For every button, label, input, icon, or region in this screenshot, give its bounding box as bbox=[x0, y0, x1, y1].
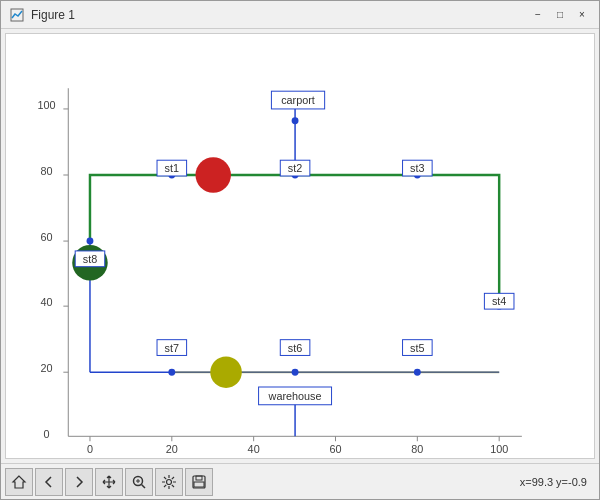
svg-text:st8: st8 bbox=[83, 253, 97, 265]
forward-button[interactable] bbox=[65, 468, 93, 496]
svg-text:0: 0 bbox=[87, 443, 93, 455]
svg-text:60: 60 bbox=[329, 443, 341, 455]
zoom-button[interactable] bbox=[125, 468, 153, 496]
svg-text:20: 20 bbox=[166, 443, 178, 455]
maximize-button[interactable]: □ bbox=[551, 6, 569, 24]
app-icon bbox=[9, 7, 25, 23]
coordinate-status: x=99.3 y=-0.9 bbox=[520, 476, 587, 488]
svg-text:warehouse: warehouse bbox=[268, 390, 322, 402]
titlebar: Figure 1 − □ × bbox=[1, 1, 599, 29]
main-svg: 0 20 40 60 80 100 0 20 40 60 80 100 bbox=[6, 34, 594, 458]
svg-point-42 bbox=[210, 356, 242, 388]
window-title: Figure 1 bbox=[31, 8, 75, 22]
svg-text:0: 0 bbox=[44, 428, 50, 440]
back-button[interactable] bbox=[35, 468, 63, 496]
svg-text:st3: st3 bbox=[410, 162, 424, 174]
svg-rect-69 bbox=[196, 476, 202, 480]
svg-point-36 bbox=[168, 369, 175, 376]
svg-point-67 bbox=[167, 479, 172, 484]
svg-text:100: 100 bbox=[38, 99, 56, 111]
svg-text:carport: carport bbox=[281, 94, 315, 106]
svg-point-40 bbox=[195, 157, 230, 192]
svg-text:80: 80 bbox=[41, 165, 53, 177]
toolbar: x=99.3 y=-0.9 bbox=[1, 463, 599, 499]
svg-text:40: 40 bbox=[248, 443, 260, 455]
svg-point-34 bbox=[87, 238, 94, 245]
svg-text:st2: st2 bbox=[288, 162, 302, 174]
settings-button[interactable] bbox=[155, 468, 183, 496]
svg-rect-70 bbox=[194, 482, 204, 487]
save-button[interactable] bbox=[185, 468, 213, 496]
close-button[interactable]: × bbox=[573, 6, 591, 24]
svg-text:st1: st1 bbox=[165, 162, 179, 174]
svg-text:st6: st6 bbox=[288, 342, 302, 354]
svg-line-64 bbox=[142, 484, 146, 488]
svg-text:st5: st5 bbox=[410, 342, 424, 354]
svg-text:st7: st7 bbox=[165, 342, 179, 354]
svg-text:60: 60 bbox=[41, 231, 53, 243]
svg-point-38 bbox=[414, 369, 421, 376]
svg-text:100: 100 bbox=[490, 443, 508, 455]
svg-point-37 bbox=[292, 369, 299, 376]
figure-window: Figure 1 − □ × 0 20 40 60 80 100 0 20 40… bbox=[0, 0, 600, 500]
svg-text:20: 20 bbox=[41, 362, 53, 374]
toolbar-buttons bbox=[5, 468, 213, 496]
minimize-button[interactable]: − bbox=[529, 6, 547, 24]
svg-text:80: 80 bbox=[411, 443, 423, 455]
svg-text:st4: st4 bbox=[492, 295, 506, 307]
home-button[interactable] bbox=[5, 468, 33, 496]
pan-button[interactable] bbox=[95, 468, 123, 496]
plot-area: 0 20 40 60 80 100 0 20 40 60 80 100 bbox=[5, 33, 595, 459]
titlebar-left: Figure 1 bbox=[9, 7, 75, 23]
svg-text:40: 40 bbox=[41, 296, 53, 308]
svg-point-30 bbox=[292, 117, 299, 124]
window-controls: − □ × bbox=[529, 6, 591, 24]
